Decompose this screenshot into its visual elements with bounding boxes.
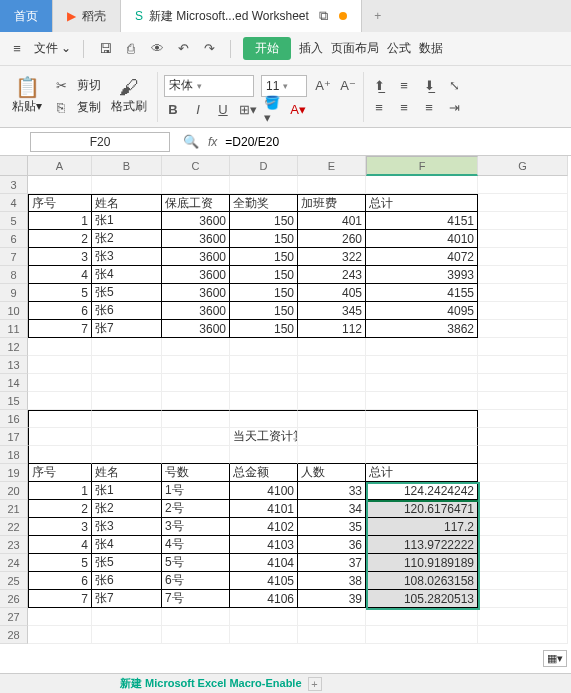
row-17[interactable]: 17 (0, 428, 28, 446)
cell[interactable]: 105.2820513 (366, 590, 478, 608)
row-27[interactable]: 27 (0, 608, 28, 626)
cell[interactable]: 4103 (230, 536, 298, 554)
cell[interactable]: 2号 (162, 500, 230, 518)
cell[interactable] (478, 482, 568, 500)
col-D[interactable]: D (230, 156, 298, 176)
cell[interactable] (478, 392, 568, 410)
cell[interactable]: 110.9189189 (366, 554, 478, 572)
cell[interactable]: 5 (28, 284, 92, 302)
italic-icon[interactable]: I (189, 101, 207, 119)
cell[interactable]: 张2 (92, 500, 162, 518)
cell[interactable]: 4105 (230, 572, 298, 590)
cell[interactable] (366, 626, 478, 644)
cell[interactable] (478, 176, 568, 194)
cell[interactable]: 张6 (92, 572, 162, 590)
cell[interactable]: 3600 (162, 320, 230, 338)
cell[interactable]: 150 (230, 230, 298, 248)
cell[interactable]: 112 (298, 320, 366, 338)
underline-icon[interactable]: U (214, 101, 232, 119)
row-6[interactable]: 6 (0, 230, 28, 248)
select-all-corner[interactable] (0, 156, 28, 176)
cell[interactable]: 3600 (162, 266, 230, 284)
align-center-icon[interactable]: ≡ (395, 99, 413, 117)
paste-icon[interactable]: 📋 (18, 78, 36, 96)
cell[interactable] (478, 320, 568, 338)
row-8[interactable]: 8 (0, 266, 28, 284)
cell[interactable] (92, 338, 162, 356)
cell[interactable] (28, 176, 92, 194)
fill-icon[interactable]: 🪣▾ (264, 101, 282, 119)
menu-data[interactable]: 数据 (419, 40, 443, 57)
cell[interactable]: 1 (28, 482, 92, 500)
cell[interactable]: 序号 (28, 194, 92, 212)
cell[interactable] (478, 194, 568, 212)
cell[interactable]: 3号 (162, 518, 230, 536)
cell[interactable]: 保底工资 (162, 194, 230, 212)
cell[interactable]: 37 (298, 554, 366, 572)
row-14[interactable]: 14 (0, 374, 28, 392)
cell[interactable]: 35 (298, 518, 366, 536)
cell[interactable] (230, 176, 298, 194)
bold-icon[interactable]: B (164, 101, 182, 119)
cell[interactable] (162, 392, 230, 410)
cell[interactable]: 张5 (92, 284, 162, 302)
cell[interactable] (478, 302, 568, 320)
cell[interactable]: 150 (230, 266, 298, 284)
row-26[interactable]: 26 (0, 590, 28, 608)
cell[interactable]: 120.6176471 (366, 500, 478, 518)
cell[interactable] (298, 176, 366, 194)
fx-icon[interactable]: fx (208, 135, 217, 149)
col-B[interactable]: B (92, 156, 162, 176)
cell[interactable] (298, 392, 366, 410)
row-16[interactable]: 16 (0, 410, 28, 428)
cell[interactable]: 3600 (162, 284, 230, 302)
cell[interactable]: 150 (230, 302, 298, 320)
cell[interactable] (92, 428, 162, 446)
cell[interactable]: 3 (28, 248, 92, 266)
cell[interactable] (478, 410, 568, 428)
cell[interactable]: 260 (298, 230, 366, 248)
cell[interactable] (230, 338, 298, 356)
cell[interactable]: 34 (298, 500, 366, 518)
cell[interactable]: 姓名 (92, 464, 162, 482)
cell[interactable]: 39 (298, 590, 366, 608)
cell[interactable]: 号数 (162, 464, 230, 482)
tab-document[interactable]: S新建 Microsoft...ed Worksheet⧉ (121, 0, 362, 32)
row-23[interactable]: 23 (0, 536, 28, 554)
cell[interactable] (478, 284, 568, 302)
cell[interactable] (162, 626, 230, 644)
cell[interactable]: 2 (28, 230, 92, 248)
cell[interactable]: 36 (298, 536, 366, 554)
cell[interactable]: 243 (298, 266, 366, 284)
indent-icon[interactable]: ⇥ (445, 99, 463, 117)
cell[interactable] (162, 176, 230, 194)
menu-icon[interactable]: ≡ (8, 40, 26, 58)
row-7[interactable]: 7 (0, 248, 28, 266)
cell[interactable]: 张7 (92, 320, 162, 338)
cell[interactable]: 1号 (162, 482, 230, 500)
row-20[interactable]: 20 (0, 482, 28, 500)
cell[interactable] (28, 338, 92, 356)
orientation-icon[interactable]: ⤡ (445, 77, 463, 95)
name-box[interactable]: F20 (30, 132, 170, 152)
cell[interactable] (92, 608, 162, 626)
cell[interactable]: 345 (298, 302, 366, 320)
cell[interactable]: 2 (28, 500, 92, 518)
cell[interactable] (28, 428, 92, 446)
cell[interactable]: 113.9722222 (366, 536, 478, 554)
cell[interactable] (92, 626, 162, 644)
cell[interactable] (298, 356, 366, 374)
cell[interactable] (478, 590, 568, 608)
sheet-tab-1[interactable]: 新建 Microsoft Excel Macro-Enable (120, 676, 302, 691)
menu-formula[interactable]: 公式 (387, 40, 411, 57)
cell[interactable] (478, 572, 568, 590)
cell[interactable]: 张2 (92, 230, 162, 248)
row-28[interactable]: 28 (0, 626, 28, 644)
cell[interactable]: 张1 (92, 482, 162, 500)
cell[interactable] (298, 608, 366, 626)
redo-icon[interactable]: ↷ (200, 40, 218, 58)
col-C[interactable]: C (162, 156, 230, 176)
font-color-icon[interactable]: A▾ (289, 101, 307, 119)
cell[interactable] (478, 374, 568, 392)
row-15[interactable]: 15 (0, 392, 28, 410)
